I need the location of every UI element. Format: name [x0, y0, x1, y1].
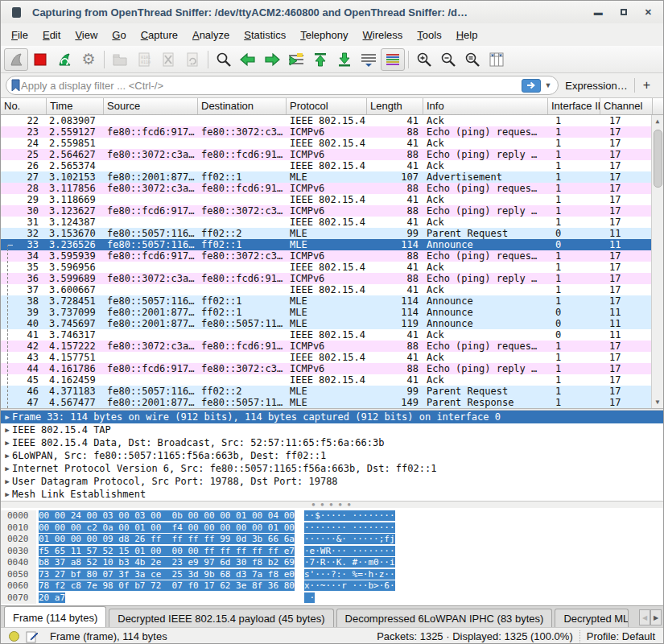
hex-ascii[interactable]: · — [304, 592, 315, 605]
packet-row[interactable]: 273.102153fe80::2001:877…ff02::1MLE107Ad… — [1, 171, 663, 183]
column-header-length[interactable]: Length — [367, 98, 423, 114]
column-header-info[interactable]: Info — [423, 98, 548, 114]
byte-view-tab[interactable]: Decrypted IEEE 802.15.4 payload (45 byte… — [109, 609, 333, 627]
packet-row[interactable]: 474.567477fe80::2001:877…fe80::5057:11…M… — [1, 397, 663, 408]
packet-row[interactable]: 313.124387IEEE 802.15.441Ack117 — [1, 217, 663, 228]
menu-help[interactable]: Help — [449, 26, 485, 44]
packet-row[interactable]: 262.565374IEEE 802.15.441Ack117 — [1, 160, 663, 171]
scroll-down-icon[interactable]: ▼ — [652, 396, 663, 408]
menu-view[interactable]: View — [68, 26, 105, 44]
open-file-icon[interactable] — [108, 48, 132, 71]
column-header-source[interactable]: Source — [104, 98, 198, 114]
packet-row[interactable]: 383.728451fe80::5057:116…ff02::1MLE114An… — [1, 295, 663, 307]
hex-ascii[interactable]: ········ ········ — [304, 522, 395, 535]
packet-row[interactable]: 283.117856fe80::3072:c3a…fe80::fcd6:91…I… — [1, 183, 663, 194]
close-file-icon[interactable] — [156, 48, 180, 71]
filter-history-dropdown-icon[interactable]: ▼ — [544, 81, 551, 89]
colorize-icon[interactable] — [381, 48, 405, 71]
menu-go[interactable]: Go — [105, 26, 133, 44]
packet-row[interactable]: 454.162459IEEE 802.15.441Ack117 — [1, 374, 663, 386]
packet-row[interactable]: 373.600667IEEE 802.15.441Ack117 — [1, 284, 663, 295]
packet-row[interactable]: 464.371183fe80::5057:116…ff02::2MLE99Par… — [1, 386, 663, 397]
packet-row[interactable]: 252.564627fe80::3072:c3a…fe80::fcd6:91…I… — [1, 149, 663, 160]
packet-row[interactable]: 323.153670fe80::5057:116…ff02::2MLE99Par… — [1, 228, 663, 239]
hex-bytes[interactable]: 00 00 00 c2 0a 00 01 00 f4 00 00 00 00 0… — [39, 522, 304, 535]
detail-row[interactable]: ▶User Datagram Protocol, Src Port: 19788… — [1, 475, 663, 488]
hex-row[interactable]: 007020 a7 · — [1, 592, 663, 605]
stop-capture-icon[interactable] — [28, 48, 52, 71]
hex-bytes[interactable]: 78 f2 c8 7e 98 0f b7 72 07 f0 17 62 3e 8… — [39, 580, 304, 592]
column-header-protocol[interactable]: Protocol — [287, 98, 367, 114]
hex-ascii[interactable]: ··$····· ········ — [304, 510, 395, 522]
hex-bytes[interactable]: 01 00 00 00 09 d8 26 ff ff ff ff 99 0d 3… — [39, 534, 304, 546]
hex-row[interactable]: 002001 00 00 00 09 d8 26 ff ff ff ff 99 … — [1, 534, 663, 546]
restart-capture-icon[interactable] — [52, 48, 76, 71]
add-filter-button[interactable]: + — [635, 78, 658, 93]
go-forward-icon[interactable] — [260, 48, 284, 71]
hex-row[interactable]: 005073 27 bf 80 07 3f 3a ce 25 3d 9b 68 … — [1, 569, 663, 581]
hex-ascii[interactable]: ······&· ·····;fj — [304, 534, 395, 546]
display-filter-input[interactable] — [21, 80, 522, 92]
packet-row[interactable]: 424.157222fe80::3072:c3a…fe80::fcd6:91…I… — [1, 341, 663, 352]
title-bar[interactable]: Capturing from OpenThread Sniffer: /dev/… — [1, 1, 663, 23]
packet-row[interactable]: 353.596956IEEE 802.15.441Ack117 — [1, 262, 663, 273]
reload-file-icon[interactable] — [180, 48, 204, 71]
expand-arrow-icon[interactable]: ▶ — [1, 411, 12, 423]
hex-ascii[interactable]: x··~···r ···b>·6· — [304, 580, 395, 592]
go-last-icon[interactable] — [332, 48, 357, 71]
packet-row[interactable]: 303.123627fe80::fcd6:917…fe80::3072:c3…I… — [1, 205, 663, 217]
save-file-icon[interactable]: 01010110 — [132, 48, 156, 71]
capture-options-icon[interactable]: ⚙ — [76, 48, 101, 71]
status-profile[interactable]: Profile: Default — [587, 630, 663, 642]
start-capture-icon[interactable] — [4, 48, 28, 71]
packet-row[interactable]: 403.745697fe80::2001:877…fe80::5057:11…M… — [1, 318, 663, 329]
menu-telephony[interactable]: Telephony — [293, 26, 355, 44]
hex-ascii[interactable]: ·7·R··K. #··m0··i — [304, 557, 395, 569]
hex-row[interactable]: 006078 f2 c8 7e 98 0f b7 72 07 f0 17 62 … — [1, 580, 663, 592]
expand-arrow-icon[interactable]: ▶ — [1, 449, 12, 462]
expression-button[interactable]: Expression… — [565, 80, 627, 92]
detail-row[interactable]: ▶Internet Protocol Version 6, Src: fe80:… — [1, 462, 663, 475]
hex-row[interactable]: 0040b8 37 a8 52 10 b3 4b 2e 23 e9 97 6d … — [1, 557, 663, 569]
detail-row[interactable]: ▶IEEE 802.15.4 Data, Dst: Broadcast, Src… — [1, 436, 663, 449]
hex-bytes[interactable]: f5 65 11 57 52 15 01 00 00 00 ff ff ff f… — [39, 546, 304, 558]
packet-row[interactable]: 222.083907IEEE 802.15.441Ack117 — [1, 115, 663, 126]
hex-row[interactable]: 000000 00 24 00 03 00 03 00 0b 00 00 00 … — [1, 510, 663, 522]
column-header-destination[interactable]: Destination — [198, 98, 287, 114]
menu-tools[interactable]: Tools — [410, 26, 448, 44]
expand-arrow-icon[interactable]: ▶ — [1, 462, 12, 475]
packet-row[interactable]: 393.737099fe80::2001:877…ff02::1MLE114An… — [1, 307, 663, 318]
hex-row[interactable]: 0030f5 65 11 57 52 15 01 00 00 00 ff ff … — [1, 546, 663, 558]
packet-row[interactable]: 242.559851IEEE 802.15.441Ack117 — [1, 138, 663, 149]
go-first-icon[interactable] — [308, 48, 332, 71]
detail-row[interactable]: ▶6LoWPAN, Src: fe80::5057:1165:f56a:663b… — [1, 449, 663, 462]
expand-arrow-icon[interactable]: ▶ — [1, 475, 12, 488]
detail-row[interactable]: ▶IEEE 802.15.4 TAP — [1, 423, 663, 436]
go-back-icon[interactable] — [236, 48, 260, 71]
find-packet-icon[interactable] — [212, 48, 236, 71]
display-filter-field[interactable]: ▼ — [6, 76, 559, 95]
menu-statistics[interactable]: Statistics — [237, 26, 293, 44]
hex-ascii[interactable]: s'···?:· %=·h·z·· — [304, 569, 395, 581]
menu-file[interactable]: File — [4, 26, 35, 44]
menu-analyze[interactable]: Analyze — [185, 26, 237, 44]
resize-columns-icon[interactable] — [485, 48, 509, 71]
expand-arrow-icon[interactable]: ▶ — [1, 436, 12, 449]
hex-bytes[interactable]: b8 37 a8 52 10 b3 4b 2e 23 e9 97 6d 30 f… — [39, 557, 304, 569]
byte-view-tab[interactable]: Decrypted ML — [555, 609, 629, 627]
hex-row[interactable]: 001000 00 00 c2 0a 00 01 00 f4 00 00 00 … — [1, 522, 663, 535]
pane-splitter-handle[interactable]: ● ● ● ● ● — [1, 501, 663, 508]
bookmark-icon[interactable] — [10, 78, 21, 93]
menu-capture[interactable]: Capture — [134, 26, 185, 44]
tabs-scroll-right-icon[interactable]: ▶ — [650, 609, 662, 625]
packet-row[interactable]: 343.595939fe80::fcd6:917…fe80::3072:c3…I… — [1, 250, 663, 262]
detail-row[interactable]: ▶Mesh Link Establishment — [1, 488, 663, 501]
zoom-in-icon[interactable] — [412, 48, 436, 71]
packet-row[interactable]: 293.118669IEEE 802.15.441Ack117 — [1, 194, 663, 205]
column-header-interface-id[interactable]: Interface ID — [548, 98, 600, 114]
packet-row[interactable]: 232.559127fe80::fcd6:917…fe80::3072:c3…I… — [1, 126, 663, 138]
hex-bytes[interactable]: 00 00 24 00 03 00 03 00 0b 00 00 00 01 0… — [39, 510, 304, 522]
maximize-icon[interactable] — [621, 8, 627, 17]
column-header-no-[interactable]: No. — [1, 98, 47, 114]
go-to-packet-icon[interactable] — [284, 48, 308, 71]
